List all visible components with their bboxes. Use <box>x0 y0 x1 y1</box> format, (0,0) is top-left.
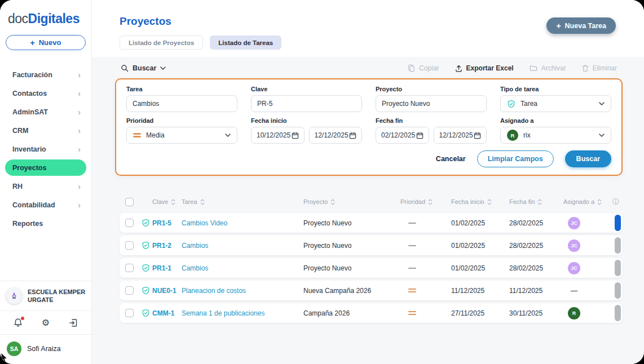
column-header-proyecto[interactable]: Proyecto <box>303 198 400 205</box>
copy-label: Copiar <box>419 64 439 72</box>
copy-button[interactable]: Copiar <box>408 64 439 72</box>
date-value: 10/12/2025 <box>257 131 290 139</box>
table-header: Clave Tarea Proyecto Prioridad <box>120 194 623 210</box>
main-area: Proyectos Listado de Proyectos Listado d… <box>92 0 644 364</box>
fecha-fin-to-input[interactable]: 12/12/2025 <box>434 127 487 144</box>
task-project: Proyecto Nuevo <box>303 264 400 272</box>
sidebar-item-reportes[interactable]: Reportes <box>5 214 86 233</box>
user-account[interactable]: SA Sofi Araiza <box>0 335 91 364</box>
filter-field-tarea: Tarea <box>126 86 237 112</box>
upload-icon <box>455 65 462 72</box>
task-clave-link[interactable]: PR1-1 <box>152 264 182 272</box>
sidebar-item-contactos[interactable]: Contactos › <box>5 84 86 103</box>
row-status-bar[interactable] <box>615 237 621 254</box>
column-header-prioridad[interactable]: Prioridad <box>400 198 451 205</box>
tipo-tarea-select[interactable]: Tarea <box>500 95 611 112</box>
tab-listado-proyectos[interactable]: Listado de Proyectos <box>120 35 203 50</box>
row-checkbox[interactable] <box>125 264 134 272</box>
task-start-date: 01/02/2025 <box>451 219 509 227</box>
clear-fields-button[interactable]: Limpiar Campos <box>477 150 554 167</box>
tab-label: Listado de Tareas <box>218 39 273 46</box>
delete-button[interactable]: Eliminar <box>582 64 617 72</box>
filter-field-clave: Clave <box>251 86 362 112</box>
task-clave-link[interactable]: PR1-2 <box>152 242 182 250</box>
column-header-clave[interactable]: Clave <box>152 198 182 205</box>
sidebar-item-adminsat[interactable]: AdminSAT › <box>5 103 86 121</box>
task-clave-link[interactable]: CMM-1 <box>152 309 182 317</box>
sidebar-item-facturacion[interactable]: Facturación › <box>5 65 86 84</box>
export-excel-button[interactable]: Exportar Excel <box>455 64 514 72</box>
task-name-link[interactable]: Cambios <box>182 264 303 272</box>
row-checkbox[interactable] <box>125 309 134 317</box>
notifications-bell-icon[interactable] <box>14 318 23 327</box>
table-row[interactable]: PR1-5 Cambios Video Proyecto Nuevo 01/02… <box>120 213 623 233</box>
column-header-fecha-inicio[interactable]: Fecha inicio <box>451 198 509 205</box>
task-type-shield-icon <box>139 241 152 250</box>
task-project: Nueva Campaña 2026 <box>303 287 400 295</box>
archive-button[interactable]: Archivar <box>530 64 566 72</box>
task-name-link[interactable]: Cambios <box>182 242 303 250</box>
table-row[interactable]: PR1-2 Cambios Proyecto Nuevo 01/02/2025 … <box>120 236 623 255</box>
chevron-right-icon: › <box>78 145 81 153</box>
search-button[interactable]: Buscar <box>565 150 611 167</box>
asignado-value: rix <box>523 131 594 139</box>
fecha-inicio-to-input[interactable]: 12/12/2025 <box>309 127 363 144</box>
row-status-bar[interactable] <box>615 282 621 299</box>
sidebar-item-crm[interactable]: CRM › <box>5 121 86 140</box>
company-account[interactable]: ESCUELA KEMPER URGATE <box>0 281 91 310</box>
row-status-bar[interactable] <box>615 260 621 276</box>
sidebar-item-rh[interactable]: RH › <box>5 177 86 196</box>
sidebar-item-inventario[interactable]: Inventario › <box>5 140 86 158</box>
plus-icon: + <box>556 22 561 30</box>
column-header-asignado[interactable]: Asignado a <box>563 198 612 205</box>
sidebar-menu: Facturación › Contactos › AdminSAT › CRM… <box>0 65 91 233</box>
row-checkbox[interactable] <box>125 219 134 227</box>
search-toggle[interactable]: Buscar <box>121 64 166 72</box>
sidebar-item-label: Facturación <box>12 71 52 79</box>
row-status-bar[interactable] <box>615 305 621 321</box>
sidebar-item-contabilidad[interactable]: Contabilidad › <box>5 196 86 214</box>
table-row[interactable]: NUE0-1 Planeacion de costos Nueva Campañ… <box>120 281 623 300</box>
new-task-button[interactable]: + Nueva Tarea <box>546 17 616 34</box>
fecha-inicio-from-input[interactable]: 10/12/2025 <box>251 127 305 144</box>
column-header-fecha-fin[interactable]: Fecha fin <box>509 198 563 205</box>
company-avatar <box>6 287 23 304</box>
proyecto-input[interactable] <box>376 95 487 112</box>
content-area: Buscar Copiar <box>92 57 644 364</box>
task-name-link[interactable]: Cambios Video <box>182 219 303 227</box>
info-icon[interactable]: ⓘ <box>612 197 623 207</box>
cancel-button[interactable]: Cancelar <box>436 155 466 163</box>
search-icon <box>121 64 129 72</box>
column-header-tarea[interactable]: Tarea <box>182 198 303 205</box>
table-row[interactable]: CMM-1 Semana 1 de publicaciones Campaña … <box>120 303 623 323</box>
new-button[interactable]: + Nuevo <box>6 35 86 50</box>
task-clave-link[interactable]: NUE0-1 <box>152 287 182 295</box>
row-checkbox[interactable] <box>125 241 134 250</box>
sidebar-item-label: Proyectos <box>12 164 46 172</box>
task-start-date: 27/11/2025 <box>451 309 509 317</box>
calendar-icon <box>416 132 424 139</box>
row-checkbox[interactable] <box>125 286 134 295</box>
asignado-select[interactable]: R rix <box>500 127 611 144</box>
copy-icon <box>408 64 415 72</box>
tarea-input[interactable] <box>126 95 237 112</box>
task-end-date: 28/02/2025 <box>509 264 563 272</box>
select-all-checkbox[interactable] <box>125 198 134 206</box>
archive-label: Archivar <box>541 64 566 72</box>
tab-listado-tareas[interactable]: Listado de Tareas <box>210 35 281 50</box>
clave-input[interactable] <box>251 95 362 112</box>
chevron-down-icon <box>225 134 231 137</box>
chevron-right-icon: › <box>78 70 81 79</box>
sidebar-item-proyectos[interactable]: Proyectos <box>5 159 86 176</box>
sidebar-item-label: Contactos <box>12 90 47 97</box>
table-row[interactable]: PR1-1 Cambios Proyecto Nuevo 01/02/2025 … <box>120 258 623 278</box>
fecha-fin-from-input[interactable]: 02/12/2025 <box>376 127 429 144</box>
logout-icon[interactable] <box>69 318 78 327</box>
task-name-link[interactable]: Semana 1 de publicaciones <box>182 309 303 317</box>
task-name-link[interactable]: Planeacion de costos <box>182 287 303 295</box>
settings-gear-icon[interactable]: ⚙ <box>42 318 50 327</box>
row-status-bar[interactable] <box>615 215 621 231</box>
prioridad-select[interactable]: Media <box>126 127 237 144</box>
task-clave-link[interactable]: PR1-5 <box>152 219 182 227</box>
company-logo-mark <box>10 291 19 300</box>
